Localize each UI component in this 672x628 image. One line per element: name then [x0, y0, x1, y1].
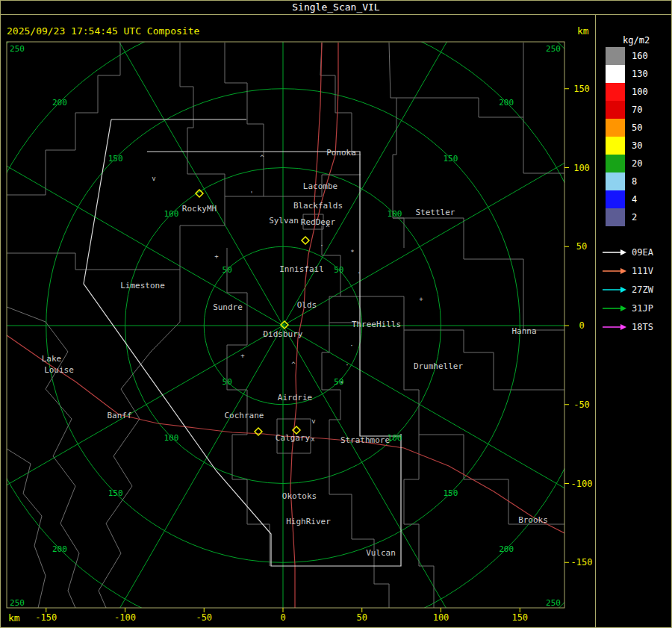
track-legend: 09EA111V27ZW31JP18TS	[602, 243, 653, 336]
colorbar-swatch	[606, 155, 625, 172]
town-marker: ·	[345, 361, 349, 369]
azimuth-spoke	[283, 326, 645, 535]
city-label: Lacombe	[303, 181, 337, 191]
map-canvas[interactable]: PonokaLacombeBlackfaldsSylvanRedDeerRock…	[1, 1, 672, 628]
x-axis-label: 150	[511, 612, 528, 623]
colorbar-swatch	[606, 172, 625, 190]
range-ring-label: 150	[443, 154, 458, 164]
city-label: Blackfalds	[293, 201, 343, 211]
range-ring-label: 200	[52, 544, 67, 554]
town-marker: x	[311, 435, 315, 443]
colorbar-row: 70	[606, 101, 648, 119]
colorbar-row: 2	[606, 208, 648, 226]
range-ring-label: 50	[334, 377, 343, 387]
city-label: Louise	[44, 365, 74, 375]
town-marker: ·	[320, 242, 323, 249]
colorbar-value: 4	[632, 194, 637, 205]
x-axis-label: -50	[196, 612, 212, 623]
colorbar-row: 50	[606, 119, 648, 137]
colorbar-value: 160	[632, 51, 648, 61]
track-row: 18TS	[602, 317, 653, 336]
x-axis-label: -150	[35, 612, 57, 623]
city-label: Drumheller	[414, 361, 464, 371]
county-boundary	[404, 330, 564, 524]
y-axis-label: 100	[573, 163, 590, 173]
town-marker: v	[311, 417, 315, 425]
range-ring-label: 250	[10, 44, 25, 54]
colorbar-row: 8	[606, 172, 648, 190]
x-axis-label: 50	[357, 612, 367, 623]
city-label: Banff	[107, 411, 131, 420]
county-boundary	[404, 435, 434, 608]
county-boundary	[7, 307, 79, 608]
colorbar-value: 30	[632, 140, 642, 151]
county-boundary	[7, 449, 46, 608]
track-row: 31JP	[602, 299, 653, 317]
range-ring-label: 150	[108, 488, 123, 498]
x-axis-label: 100	[433, 612, 449, 623]
colorbar-swatch	[606, 137, 625, 155]
county-boundary	[523, 117, 564, 173]
town-marker: '	[249, 190, 253, 198]
city-label: RedDeer	[301, 217, 336, 227]
range-ring-label: 50	[334, 265, 343, 275]
town-marker: x	[326, 221, 330, 228]
azimuth-spoke	[74, 326, 283, 628]
track-arrow-icon	[602, 285, 627, 294]
city-label: Strathmore	[340, 435, 390, 445]
track-arrow-icon	[602, 248, 627, 257]
colorbar-swatch	[606, 47, 625, 65]
y-axis-label: -50	[573, 400, 590, 410]
radar-coverage-outline	[147, 152, 401, 436]
range-ring-label: 150	[443, 488, 458, 498]
track-row: 111V	[602, 261, 653, 280]
azimuth-spoke	[74, 1, 283, 326]
county-boundary	[225, 43, 264, 173]
colorbar-swatch	[606, 65, 625, 83]
town-marker: ^	[291, 361, 296, 368]
town-marker: +	[240, 352, 245, 359]
range-ring-label: 250	[546, 44, 561, 54]
colorbar-swatch	[606, 119, 625, 137]
city-label: Airdrie	[278, 393, 312, 402]
town-marker: +	[419, 295, 423, 302]
colorbar-swatch	[606, 83, 625, 101]
city-label: Hanna	[511, 326, 536, 336]
city-label: Calgary	[276, 433, 311, 443]
colorbar-value: 50	[632, 122, 642, 133]
range-ring-label: 150	[108, 154, 123, 164]
city-label: Sylvan	[269, 216, 299, 226]
city-label: Didsbury	[264, 329, 303, 339]
x-axis-label: 0	[280, 612, 285, 623]
azimuth-spoke	[283, 1, 492, 326]
county-boundary	[320, 43, 361, 155]
title-bar[interactable]: Single_Scan_VIL	[1, 1, 671, 15]
city-label: Olds	[297, 300, 317, 310]
colorbar-value: 2	[632, 212, 637, 223]
highway-line	[7, 335, 283, 436]
town-marker: *	[350, 249, 354, 256]
storm-cell-icon	[255, 428, 262, 435]
town-marker: '	[357, 271, 361, 279]
city-label: Brooks	[518, 515, 548, 525]
town-marker: ^	[260, 154, 264, 161]
y-axis-unit-label: km	[577, 25, 589, 37]
city-label: Stettler	[416, 208, 455, 217]
town-marker: v	[152, 175, 155, 182]
colorbar-swatch	[606, 101, 625, 119]
track-label: 09EA	[632, 247, 653, 258]
storm-cell-icon	[302, 237, 309, 244]
range-ring-label: 200	[499, 98, 514, 108]
track-arrow-icon	[602, 323, 627, 332]
colorbar-value: 70	[632, 105, 642, 115]
colorbar-value: 8	[632, 176, 637, 187]
colorbar-value: 20	[632, 158, 642, 169]
colorbar-row: 130	[606, 65, 648, 83]
y-axis-label: 50	[576, 241, 587, 252]
track-arrow-icon	[602, 304, 627, 313]
city-label: HighRiver	[286, 517, 331, 526]
x-axis-label: -100	[114, 612, 136, 623]
town-marker: ·	[261, 331, 265, 338]
range-ring-label: 250	[546, 598, 561, 608]
range-ring-label: 50	[223, 377, 232, 387]
